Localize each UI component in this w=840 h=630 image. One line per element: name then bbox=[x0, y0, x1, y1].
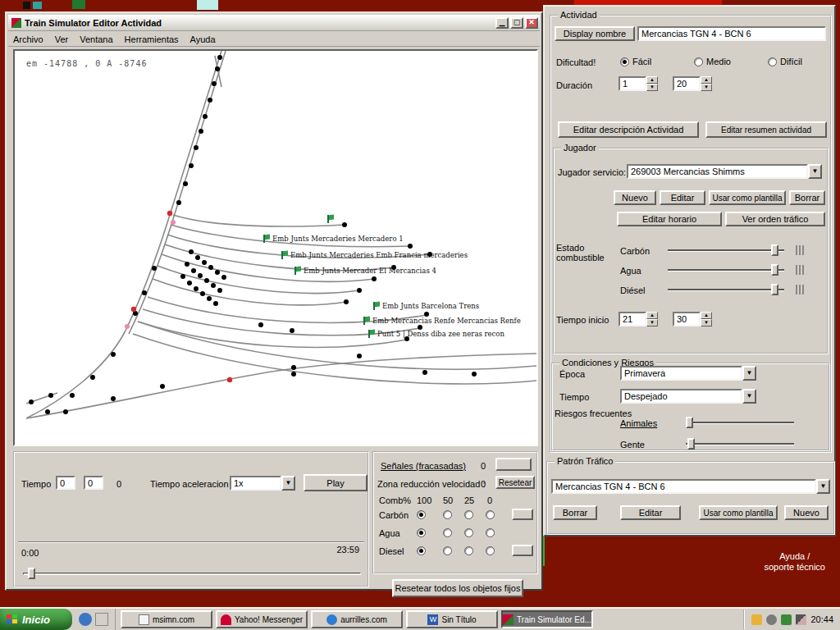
map-marker-label[interactable]: Punt 5 | Denss diba zee neras recon bbox=[368, 330, 504, 338]
menu-ayuda[interactable]: Ayuda bbox=[190, 34, 216, 44]
difficulty-medio-radio[interactable]: Medio bbox=[694, 57, 731, 66]
tray-camera-icon[interactable] bbox=[796, 614, 806, 625]
difficulty-dificil-radio[interactable]: Difícil bbox=[768, 57, 802, 66]
season-combo[interactable]: Primavera ▼ bbox=[620, 366, 756, 381]
route-map-view[interactable]: em -14788 , 0 A -8746 bbox=[13, 49, 538, 446]
time-hours-field[interactable]: 0 bbox=[56, 476, 75, 490]
traffic-pattern-combo[interactable]: Mercancias TGN 4 - BCN 6 ▼ bbox=[551, 479, 830, 494]
chevron-down-icon[interactable]: ▼ bbox=[742, 366, 756, 381]
close-button[interactable]: ✕ bbox=[525, 17, 538, 29]
tray-update-icon[interactable] bbox=[751, 614, 762, 625]
diesel-25-radio[interactable] bbox=[464, 546, 473, 555]
menu-ver[interactable]: Ver bbox=[55, 34, 69, 44]
start-hour-spinner[interactable]: 21 ▲▼ bbox=[619, 312, 658, 326]
menu-herramientas[interactable]: Herramientas bbox=[125, 34, 179, 44]
taskbar-task-msimn[interactable]: msimn.com bbox=[121, 610, 212, 628]
taskbar-task-aurrilles[interactable]: aurrilles.com bbox=[311, 610, 403, 628]
accel-combo[interactable]: 1x ▼ bbox=[230, 476, 295, 491]
slider-handle[interactable] bbox=[28, 568, 35, 579]
coal-0-radio[interactable] bbox=[486, 510, 495, 519]
spinner-arrows[interactable]: ▲▼ bbox=[646, 76, 658, 91]
people-slider[interactable] bbox=[686, 438, 794, 450]
traffic-edit-button[interactable]: Editar bbox=[620, 505, 681, 520]
chevron-down-icon[interactable]: ▼ bbox=[816, 479, 830, 494]
diesel-0-radio[interactable] bbox=[486, 546, 495, 555]
browser-icon[interactable] bbox=[79, 613, 92, 626]
start-button[interactable]: Inicio bbox=[0, 609, 72, 630]
player-service-combo[interactable]: 269003 Mercancias Shimms ▼ bbox=[627, 164, 822, 179]
reset-coal-button[interactable] bbox=[512, 509, 533, 520]
coal-50-radio[interactable] bbox=[443, 510, 452, 519]
reset-diesel-button[interactable] bbox=[512, 545, 533, 556]
taskbar-task-sin-titulo[interactable]: W Sin Título bbox=[406, 610, 498, 628]
diesel-100-radio[interactable] bbox=[417, 546, 426, 555]
duration-hours-value[interactable]: 1 bbox=[619, 76, 646, 91]
slider-handle[interactable] bbox=[771, 244, 778, 256]
view-traffic-order-button[interactable]: Ver orden tráfico bbox=[725, 212, 825, 226]
traffic-new-button[interactable]: Nuevo bbox=[784, 505, 829, 520]
coal-slider[interactable] bbox=[668, 244, 784, 256]
duration-hours-spinner[interactable]: 1 ▲▼ bbox=[619, 76, 658, 91]
map-marker-label[interactable]: Emb Junts Mercaderies Mercadero 1 bbox=[262, 235, 404, 243]
chevron-down-icon[interactable]: ▼ bbox=[808, 164, 822, 179]
service-edit-button[interactable]: Editar bbox=[660, 190, 705, 205]
start-label: Inicio bbox=[22, 614, 50, 626]
tray-volume-icon[interactable] bbox=[766, 614, 777, 625]
minimize-button[interactable]: ▁ bbox=[495, 17, 509, 29]
map-marker-label[interactable]: Emb Junts Mercaderies Emb Francia mercad… bbox=[281, 251, 468, 259]
spinner-arrows[interactable]: ▲▼ bbox=[701, 312, 712, 326]
water-0-radio[interactable] bbox=[486, 528, 495, 537]
map-marker-label[interactable]: Emb Junts Mercader El Mercancias 4 bbox=[294, 267, 436, 275]
taskbar-task-train-simulator[interactable]: Train Simulator Ed... bbox=[501, 610, 593, 628]
slider-handle[interactable] bbox=[771, 284, 778, 295]
slider-handle[interactable] bbox=[771, 264, 778, 276]
time-minutes-field[interactable]: 0 bbox=[84, 476, 103, 490]
diesel-50-radio[interactable] bbox=[443, 546, 452, 555]
show-desktop-icon[interactable] bbox=[95, 613, 108, 626]
tray-network-icon[interactable] bbox=[781, 614, 792, 625]
reset-zones-button[interactable]: Resetear bbox=[495, 476, 535, 489]
title-bar[interactable]: Train Simulator Editor Actividad ▁ ▢ ✕ bbox=[8, 15, 540, 31]
edit-description-button[interactable]: Editar descripción Actividad bbox=[558, 121, 699, 138]
spinner-arrows[interactable]: ▲▼ bbox=[701, 76, 712, 91]
start-hour-value[interactable]: 21 bbox=[619, 312, 646, 326]
timeline-slider[interactable] bbox=[23, 568, 361, 579]
play-button[interactable]: Play bbox=[304, 474, 368, 491]
diesel-slider[interactable] bbox=[668, 284, 784, 295]
start-minute-spinner[interactable]: 30 ▲▼ bbox=[673, 312, 712, 326]
reset-all-objects-button[interactable]: Resetear todos los objetos fijos bbox=[392, 579, 523, 597]
menu-ventana[interactable]: Ventana bbox=[80, 34, 112, 44]
weather-combo[interactable]: Despejado ▼ bbox=[620, 389, 756, 404]
map-marker[interactable] bbox=[326, 215, 335, 223]
chevron-down-icon[interactable]: ▼ bbox=[281, 476, 295, 491]
water-slider[interactable] bbox=[668, 264, 784, 276]
edit-schedule-button[interactable]: Editar horario bbox=[617, 212, 722, 226]
map-marker-label[interactable]: Emb Junts Barcelona Trens bbox=[372, 302, 479, 310]
slider-handle[interactable] bbox=[686, 417, 693, 428]
taskbar-task-messenger[interactable]: Yahoo! Messenger bbox=[216, 610, 308, 628]
reset-signals-button[interactable] bbox=[495, 458, 532, 471]
slider-handle[interactable] bbox=[687, 438, 695, 450]
maximize-button[interactable]: ▢ bbox=[510, 17, 523, 29]
duration-minutes-value[interactable]: 20 bbox=[673, 76, 701, 91]
water-25-radio[interactable] bbox=[464, 528, 473, 537]
traffic-delete-button[interactable]: Borrar bbox=[553, 505, 597, 520]
edit-summary-button[interactable]: Editar resumen actividad bbox=[705, 121, 827, 138]
water-100-radio[interactable] bbox=[417, 528, 426, 537]
service-delete-button[interactable]: Borrar bbox=[789, 190, 825, 205]
chevron-down-icon[interactable]: ▼ bbox=[742, 389, 756, 404]
menu-archivo[interactable]: Archivo bbox=[13, 34, 43, 44]
display-name-field[interactable]: Mercancias TGN 4 - BCN 6 bbox=[637, 26, 826, 41]
duration-minutes-spinner[interactable]: 20 ▲▼ bbox=[673, 76, 712, 91]
coal-25-radio[interactable] bbox=[464, 510, 473, 519]
coal-100-radio[interactable] bbox=[417, 510, 426, 519]
animals-slider[interactable] bbox=[686, 417, 794, 428]
spinner-arrows[interactable]: ▲▼ bbox=[646, 312, 658, 326]
service-new-button[interactable]: Nuevo bbox=[614, 190, 656, 205]
difficulty-facil-radio[interactable]: Fácil bbox=[620, 57, 651, 66]
water-50-radio[interactable] bbox=[443, 528, 452, 537]
service-template-button[interactable]: Usar como plantilla bbox=[709, 190, 786, 205]
start-minute-value[interactable]: 30 bbox=[673, 312, 701, 326]
map-marker-label[interactable]: Emb Mercancias Renfe Mercancias Renfe bbox=[363, 317, 521, 325]
traffic-template-button[interactable]: Usar como plantilla bbox=[699, 505, 778, 520]
